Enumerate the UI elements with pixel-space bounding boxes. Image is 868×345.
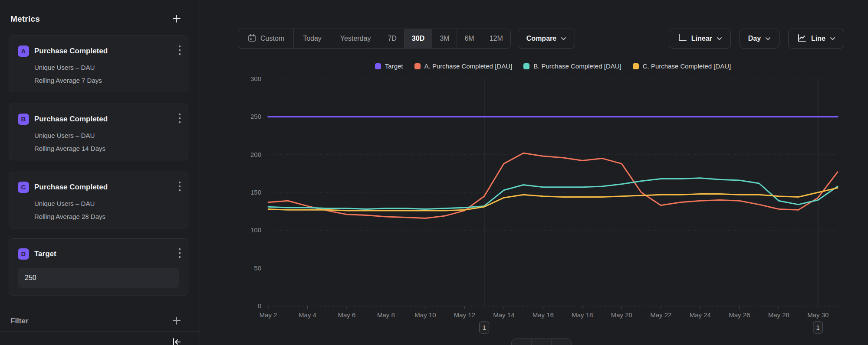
metric-title: Purchase Completed (34, 183, 172, 192)
metric-badge-d: D (18, 248, 29, 260)
range-label: Yesterday (340, 35, 371, 42)
target-value-input[interactable] (18, 268, 179, 288)
metric-rolling: Rolling Average 7 Days (34, 77, 179, 84)
kebab-icon (178, 113, 181, 125)
metric-menu-button[interactable] (178, 112, 182, 126)
filter-section: Filter (10, 315, 182, 328)
chart-panel: Custom Today Yesterday 7D 30D 3M 6M 12M … (200, 0, 868, 345)
x-axis-tick-label: May 12 (454, 311, 475, 319)
add-metric-button[interactable] (171, 13, 182, 26)
range-30d[interactable]: 30D (404, 29, 432, 48)
metric-card-a[interactable]: A Purchase Completed Unique Users – DAU … (9, 36, 188, 92)
metric-badge-b: B (18, 114, 29, 125)
filter-label: Filter (10, 317, 29, 325)
range-6m[interactable]: 6M (457, 29, 482, 48)
metric-badge-c: C (18, 182, 29, 193)
chart-type-selector-button[interactable]: Line (788, 29, 844, 49)
x-axis-tick-label: May 14 (493, 311, 514, 319)
chart-toolbar: Custom Today Yesterday 7D 30D 3M 6M 12M … (238, 29, 844, 49)
metric-measure: Unique Users – DAU (34, 132, 179, 139)
metric-measure: Unique Users – DAU (34, 64, 179, 71)
chart-size-large-button[interactable] (552, 339, 572, 345)
x-axis-tick-label: May 6 (338, 311, 356, 319)
annotation-badge-label: 1 (482, 324, 486, 331)
range-today[interactable]: Today (294, 29, 331, 48)
range-12m[interactable]: 12M (482, 29, 510, 48)
range-label: Custom (260, 35, 284, 42)
range-label: 6M (464, 35, 474, 42)
x-axis-tick-label: May 16 (533, 311, 554, 319)
kebab-icon (178, 247, 181, 260)
range-label: Today (303, 35, 322, 42)
compare-label: Compare (526, 35, 556, 42)
metrics-dashboard: Metrics A Purchase Completed Unique User… (0, 0, 868, 345)
x-axis-tick-label: May 2 (260, 311, 277, 319)
chart-size-toggle (511, 338, 572, 345)
x-axis-tick-label: May 26 (729, 311, 750, 319)
chart-size-small-button[interactable] (512, 339, 532, 345)
metrics-sidebar: Metrics A Purchase Completed Unique User… (0, 0, 200, 345)
interval-selector-button[interactable]: Day (740, 29, 779, 49)
chart-size-medium-button[interactable] (532, 339, 552, 345)
chevron-down-icon (717, 35, 722, 42)
interval-label: Day (748, 35, 761, 42)
scale-label: Linear (691, 35, 712, 42)
linear-axis-icon (677, 33, 687, 44)
line-chart[interactable]: 050100150200250300May 2May 4May 6May 8Ma… (243, 56, 851, 342)
series-c (268, 188, 838, 211)
range-label: 12M (490, 35, 503, 42)
y-axis-tick-label: 150 (250, 189, 261, 196)
y-axis-tick-label: 100 (250, 226, 261, 234)
y-axis-tick-label: 300 (250, 75, 261, 82)
x-axis-tick-label: May 24 (690, 311, 711, 319)
target-card[interactable]: D Target (9, 238, 188, 296)
chevron-down-icon (561, 35, 566, 42)
y-axis-tick-label: 200 (250, 151, 261, 158)
x-axis-tick-label: May 18 (572, 311, 593, 319)
add-filter-button[interactable] (171, 315, 182, 328)
kebab-icon (178, 181, 181, 193)
metric-menu-button[interactable] (178, 44, 182, 58)
scale-selector-button[interactable]: Linear (669, 29, 731, 49)
metric-badge-a: A (18, 46, 29, 57)
sidebar-header: Metrics (10, 13, 182, 25)
chart-options: Linear Day Line (669, 29, 844, 49)
y-axis-tick-label: 50 (254, 264, 261, 272)
target-menu-button[interactable] (178, 247, 182, 261)
y-axis-tick-label: 0 (258, 302, 261, 309)
x-axis-tick-label: May 22 (650, 311, 671, 319)
metric-rolling: Rolling Average 28 Days (34, 213, 179, 220)
line-chart-icon (797, 33, 807, 44)
x-axis-tick-label: May 28 (768, 311, 789, 319)
plus-icon (172, 14, 181, 25)
chevron-down-icon (765, 35, 771, 42)
calendar-icon (247, 33, 256, 44)
range-custom[interactable]: Custom (238, 29, 294, 48)
sidebar-divider (0, 331, 200, 332)
range-7d[interactable]: 7D (380, 29, 404, 48)
date-range-selector: Custom Today Yesterday 7D 30D 3M 6M 12M (238, 29, 511, 49)
range-label: 7D (388, 35, 396, 42)
x-axis-tick-label: May 30 (807, 311, 829, 319)
series-b (268, 178, 838, 209)
metric-card-b[interactable]: B Purchase Completed Unique Users – DAU … (9, 104, 188, 160)
range-3m[interactable]: 3M (432, 29, 457, 48)
collapse-left-icon (171, 336, 182, 345)
range-label: 3M (440, 35, 449, 42)
x-axis-tick-label: May 8 (377, 311, 395, 319)
collapse-sidebar-button[interactable] (170, 335, 183, 345)
range-label: 30D (412, 35, 424, 42)
chevron-down-icon (830, 35, 835, 42)
metric-menu-button[interactable] (178, 180, 182, 194)
metric-measure: Unique Users – DAU (34, 200, 179, 207)
plus-icon (172, 316, 181, 327)
chart-area: TargetA. Purchase Completed [DAU]B. Purc… (243, 56, 851, 342)
metric-rolling: Rolling Average 14 Days (34, 145, 179, 152)
annotation-badge-label: 1 (816, 324, 820, 331)
range-yesterday[interactable]: Yesterday (331, 29, 381, 48)
y-axis-tick-label: 250 (250, 113, 261, 120)
compare-button[interactable]: Compare (518, 29, 575, 49)
metric-title: Purchase Completed (34, 47, 172, 55)
metric-card-c[interactable]: C Purchase Completed Unique Users – DAU … (9, 172, 188, 228)
x-axis-tick-label: May 10 (414, 311, 436, 319)
